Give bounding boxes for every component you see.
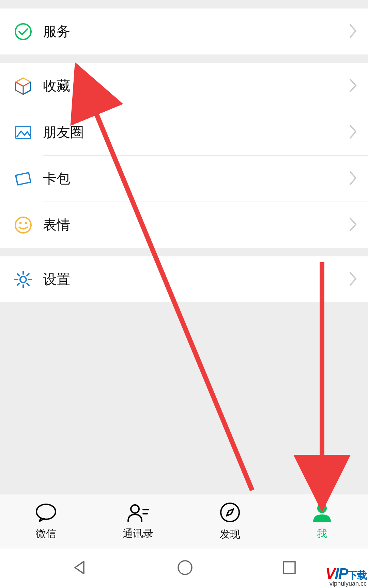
- svg-point-3: [19, 222, 22, 224]
- menu-label: 设置: [43, 270, 348, 289]
- menu-group-2: 收藏 朋友圈 卡包: [0, 63, 368, 248]
- chevron-right-icon: [348, 124, 358, 141]
- back-icon[interactable]: [71, 559, 89, 578]
- svg-point-2: [15, 217, 31, 233]
- menu-item-stickers[interactable]: 表情: [0, 202, 368, 248]
- chat-icon: [34, 502, 58, 524]
- recent-icon[interactable]: [281, 560, 297, 577]
- menu-label: 朋友圈: [43, 123, 348, 142]
- contacts-icon: [126, 502, 150, 524]
- svg-point-15: [131, 505, 139, 513]
- tab-discover[interactable]: 发现: [184, 494, 276, 549]
- svg-point-5: [20, 276, 26, 283]
- menu-item-cards[interactable]: 卡包: [0, 156, 368, 202]
- services-icon: [14, 22, 33, 41]
- gear-icon: [14, 270, 33, 289]
- svg-point-4: [25, 222, 27, 224]
- menu-item-favorites[interactable]: 收藏: [0, 63, 368, 109]
- tab-chats[interactable]: 微信: [0, 494, 92, 549]
- cards-icon: [14, 169, 33, 188]
- chevron-right-icon: [348, 217, 358, 233]
- favorites-icon: [14, 77, 33, 96]
- chevron-right-icon: [348, 23, 358, 40]
- tab-label: 通讯录: [123, 527, 153, 541]
- tab-bar: 微信 通讯录 发现 我: [0, 494, 368, 549]
- tab-label: 微信: [36, 527, 56, 541]
- chevron-right-icon: [348, 171, 358, 187]
- chevron-right-icon: [348, 271, 358, 288]
- compass-icon: [219, 502, 241, 525]
- menu-item-moments[interactable]: 朋友圈: [0, 109, 368, 155]
- svg-line-11: [27, 283, 29, 285]
- tab-me[interactable]: 我: [276, 494, 368, 549]
- svg-point-0: [15, 24, 31, 39]
- moments-icon: [14, 123, 33, 142]
- svg-point-19: [317, 504, 327, 513]
- menu-label: 服务: [43, 22, 348, 41]
- svg-rect-21: [283, 562, 295, 573]
- menu-label: 收藏: [43, 77, 348, 95]
- menu-item-settings[interactable]: 设置: [0, 256, 368, 302]
- stickers-icon: [14, 216, 33, 235]
- svg-point-14: [36, 504, 56, 519]
- home-icon[interactable]: [176, 559, 194, 578]
- svg-line-10: [17, 274, 19, 276]
- person-icon: [311, 502, 333, 524]
- svg-point-20: [178, 561, 192, 574]
- svg-point-18: [221, 503, 239, 522]
- svg-line-13: [17, 283, 19, 285]
- chevron-right-icon: [348, 78, 358, 94]
- menu-label: 卡包: [43, 169, 348, 188]
- system-nav-bar: [0, 549, 368, 588]
- svg-line-12: [27, 274, 29, 276]
- tab-contacts[interactable]: 通讯录: [92, 494, 184, 549]
- menu-item-services[interactable]: 服务: [0, 9, 368, 54]
- tab-label: 我: [317, 527, 327, 541]
- menu-group-3: 设置: [0, 256, 368, 302]
- menu-group-1: 服务: [0, 9, 368, 54]
- menu-label: 表情: [43, 216, 348, 234]
- tab-label: 发现: [220, 527, 240, 541]
